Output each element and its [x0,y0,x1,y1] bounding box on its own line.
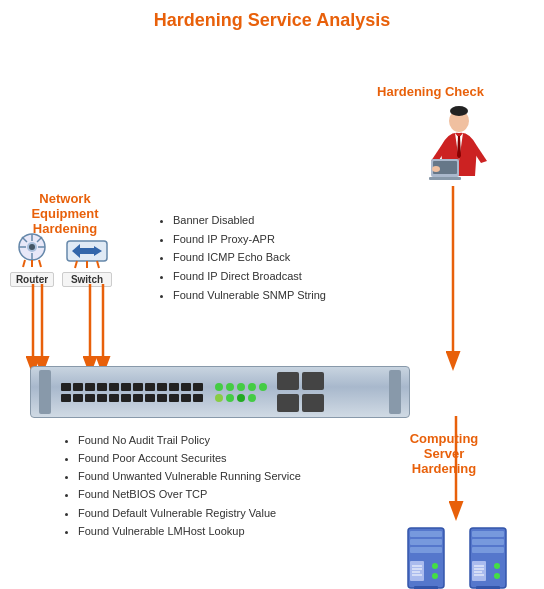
svg-line-20 [39,260,41,267]
bottom-bullet-item: Found NetBIOS Over TCP [78,485,350,503]
bottom-bullet-item: Found No Audit Trail Policy [78,431,350,449]
down-arrows [15,284,145,378]
main-container: Hardening Check [0,36,544,589]
svg-point-42 [432,573,438,579]
svg-rect-37 [410,531,442,537]
bottom-bullet-item: Found Poor Account Securites [78,449,350,467]
switch-device: Switch [62,231,112,287]
vertical-arrow-right [444,181,462,375]
right-bullet-item: Banner Disabled [173,211,365,230]
person-figure [419,101,489,186]
network-devices: Router Switch [10,231,112,287]
svg-line-18 [23,260,25,267]
bottom-bullet-item: Found Default Vulnerable Registry Value [78,504,350,522]
bottom-bullets: Found No Audit Trail PolicyFound Poor Ac… [60,431,350,540]
svg-rect-39 [410,547,442,553]
network-equipment-label: Network Equipment Hardening [10,191,120,236]
svg-point-6 [432,166,440,172]
svg-rect-5 [429,177,461,180]
svg-point-41 [432,563,438,569]
svg-point-53 [494,563,500,569]
svg-rect-50 [472,539,504,545]
computing-server-label: Computing Server Hardening [384,431,504,476]
bottom-bullet-item: Found Unwanted Vulnerable Running Servic… [78,467,350,485]
svg-rect-38 [410,539,442,545]
svg-line-25 [97,261,99,268]
svg-rect-40 [410,561,424,581]
svg-line-23 [75,261,77,268]
svg-rect-49 [472,531,504,537]
switch-hardware [30,366,410,421]
router-device: Router [10,231,54,287]
bottom-bullet-item: Found Vulnerable LMHost Lookup [78,522,350,540]
right-bullets: Banner DisabledFound IP Proxy-APRFound I… [155,211,365,304]
right-bullet-item: Found IP Proxy-APR [173,230,365,249]
page-title: Hardening Service Analysis [0,0,544,31]
right-bullet-item: Found Vulnerable SNMP String [173,286,365,305]
right-bullet-item: Found IP Direct Broadcast [173,267,365,286]
server-icons [400,526,514,589]
svg-rect-52 [472,561,486,581]
svg-point-17 [29,244,35,250]
svg-point-2 [450,106,468,116]
hardening-check-label: Hardening Check [377,84,484,99]
svg-rect-51 [472,547,504,553]
right-bullet-item: Found ICMP Echo Back [173,248,365,267]
svg-point-54 [494,573,500,579]
